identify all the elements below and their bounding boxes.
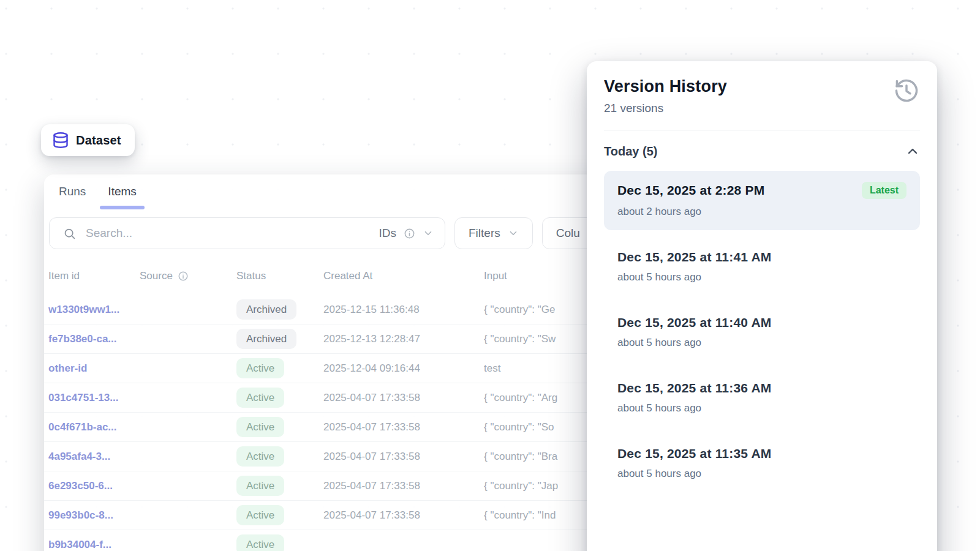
database-icon [52,131,69,149]
version-entry[interactable]: Dec 15, 2025 at 11:35 AM about 5 hours a… [604,435,920,492]
divider [604,130,920,130]
version-relative-time: about 5 hours ago [617,402,907,414]
column-header-source: Source [140,270,236,282]
filters-label: Filters [469,227,500,240]
version-list: Dec 15, 2025 at 2:28 PM Latest about 2 h… [604,171,920,492]
chevron-down-icon [508,228,519,239]
item-id-link[interactable]: fe7b38e0-ca... [48,333,117,345]
version-datetime: Dec 15, 2025 at 11:41 AM [617,250,772,264]
item-id-link[interactable]: 0c4f671b-ac... [48,421,117,433]
status-badge: Archived [236,299,296,320]
item-id-link[interactable]: 99e93b0c-8... [48,509,113,521]
column-header-created-at: Created At [323,270,484,282]
version-history-panel: Version History 21 versions Today (5) [587,61,937,551]
version-count: 21 versions [604,102,727,115]
info-icon [178,271,189,282]
version-history-title: Version History [604,77,727,96]
status-badge: Active [236,388,284,408]
history-icon [893,77,920,104]
columns-label: Colu [556,227,580,240]
ids-label: IDs [379,227,397,240]
created-at-cell: 2025-12-13 12:28:47 [323,333,484,345]
chevron-down-icon [423,228,434,239]
version-relative-time: about 5 hours ago [617,337,907,349]
item-id-link[interactable]: other-id [48,362,87,374]
tab-label: Runs [59,185,86,198]
column-header-item-id: Item id [48,270,140,282]
created-at-cell: 2025-04-07 17:33:58 [323,509,484,522]
status-badge: Active [236,358,284,378]
created-at-cell: 2025-04-07 17:33:58 [323,480,484,492]
version-relative-time: about 5 hours ago [617,271,907,283]
search-bar[interactable]: IDs [49,217,445,249]
item-id-link[interactable]: 4a95afa4-3... [48,451,110,462]
item-id-link[interactable]: 031c4751-13... [48,392,118,403]
ids-dropdown[interactable]: IDs [372,227,434,240]
dataset-chip: Dataset [41,124,135,156]
version-entry[interactable]: Dec 15, 2025 at 2:28 PM Latest about 2 h… [604,171,920,230]
created-at-cell: 2025-12-15 11:36:48 [323,304,484,316]
item-id-link[interactable]: w1330t9ww1... [48,304,119,315]
desktop-background: Dataset Runs Items IDs [0,0,980,551]
toolbar: IDs Filters [49,217,628,249]
status-badge: Active [236,446,284,467]
latest-badge: Latest [862,182,907,199]
version-datetime: Dec 15, 2025 at 11:35 AM [617,446,772,461]
created-at-cell: 2025-04-07 17:33:58 [323,392,484,404]
info-icon [404,228,415,239]
version-relative-time: about 5 hours ago [617,468,907,480]
item-id-link[interactable]: b9b34004-f... [48,539,111,550]
version-relative-time: about 2 hours ago [617,206,907,218]
status-badge: Active [236,505,284,525]
filters-button[interactable]: Filters [454,217,533,249]
dataset-chip-label: Dataset [76,133,121,148]
version-datetime: Dec 15, 2025 at 11:36 AM [617,381,772,395]
search-input[interactable] [86,227,372,240]
status-badge: Active [236,417,284,437]
status-badge: Active [236,534,284,551]
created-at-cell: 2025-12-04 09:16:44 [323,362,484,375]
tab[interactable]: Runs [56,182,88,209]
version-entry[interactable]: Dec 15, 2025 at 11:40 AM about 5 hours a… [604,304,920,361]
column-header-status: Status [236,270,323,282]
status-badge: Active [236,476,284,496]
created-at-cell: 2025-04-07 17:33:58 [323,421,484,433]
tab[interactable]: Items [105,182,138,209]
created-at-cell: 2025-04-07 17:33:58 [323,451,484,463]
status-badge: Archived [236,329,296,349]
version-datetime: Dec 15, 2025 at 11:40 AM [617,315,772,330]
version-datetime: Dec 15, 2025 at 2:28 PM [617,183,764,198]
group-label-today: Today (5) [604,144,657,159]
tab-label: Items [108,185,136,198]
version-entry[interactable]: Dec 15, 2025 at 11:36 AM about 5 hours a… [604,370,920,427]
chevron-up-icon[interactable] [905,144,920,159]
version-entry[interactable]: Dec 15, 2025 at 11:41 AM about 5 hours a… [604,239,920,296]
search-icon [63,227,76,240]
item-id-link[interactable]: 6e293c50-6... [48,480,113,492]
